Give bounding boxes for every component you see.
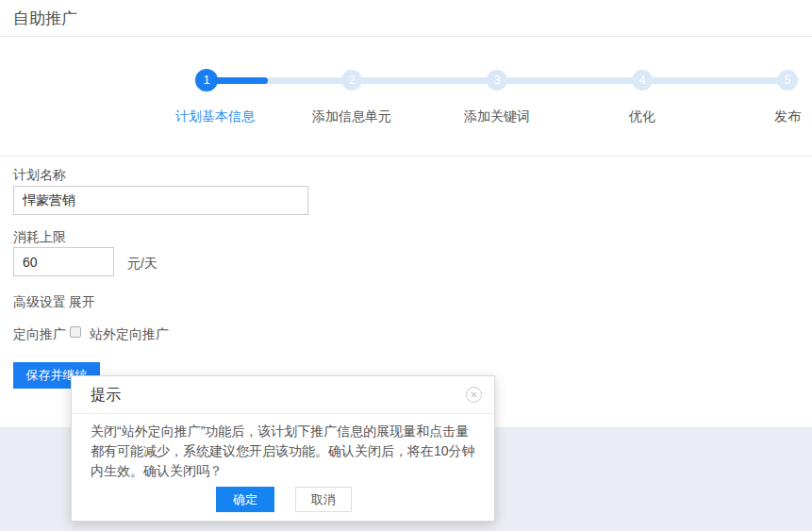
step-4-circle[interactable]: 4 [632, 70, 653, 91]
targeting-label: 定向推广 [13, 326, 66, 343]
step-5-label[interactable]: 发布 [721, 108, 812, 125]
step-2-circle[interactable]: 2 [341, 70, 362, 91]
dialog-header-divider [72, 413, 494, 414]
advanced-expand-toggle[interactable]: 展开 [69, 294, 95, 311]
step-connector-1 [207, 77, 352, 84]
stepper: 1 2 3 4 5 计划基本信息 添加信息单元 添加关键词 优化 发布 [0, 57, 812, 132]
advanced-settings-label: 高级设置 [13, 294, 66, 311]
offsite-targeting-checkbox[interactable] [70, 326, 81, 338]
header-divider [0, 36, 812, 37]
cancel-button[interactable]: 取消 [295, 487, 352, 512]
step-1-label[interactable]: 计划基本信息 [149, 108, 281, 125]
dialog-title: 提示 [91, 386, 121, 406]
confirm-button[interactable]: 确定 [216, 487, 274, 512]
page: 自助推广 1 2 3 4 5 计划基本信息 添加信息单元 添加关键词 优化 发布… [0, 0, 812, 531]
close-icon[interactable]: ✕ [466, 387, 482, 403]
step-1-circle[interactable]: 1 [195, 69, 218, 91]
step-3-label[interactable]: 添加关键词 [431, 108, 563, 125]
budget-unit-label: 元/天 [127, 256, 157, 273]
plan-name-label: 计划名称 [13, 167, 66, 184]
stepper-divider [0, 156, 812, 157]
plan-name-input[interactable] [13, 186, 308, 215]
step-2-label[interactable]: 添加信息单元 [286, 108, 418, 125]
step-3-circle[interactable]: 3 [487, 70, 507, 91]
step-connector-2 [352, 77, 497, 84]
dialog-message: 关闭“站外定向推广”功能后，该计划下推广信息的展现量和点击量都有可能减少，系统建… [91, 422, 481, 481]
budget-input[interactable] [13, 247, 114, 276]
step-connector-3 [497, 77, 642, 84]
offsite-targeting-checkbox-label[interactable]: 站外定向推广 [90, 326, 169, 343]
budget-label: 消耗上限 [13, 229, 66, 246]
step-connector-4 [642, 77, 787, 84]
page-title: 自助推广 [13, 8, 77, 29]
step-5-circle[interactable]: 5 [777, 70, 798, 91]
step-4-label[interactable]: 优化 [576, 108, 708, 125]
confirm-dialog: 提示 ✕ 关闭“站外定向推广”功能后，该计划下推广信息的展现量和点击量都有可能减… [71, 375, 495, 522]
